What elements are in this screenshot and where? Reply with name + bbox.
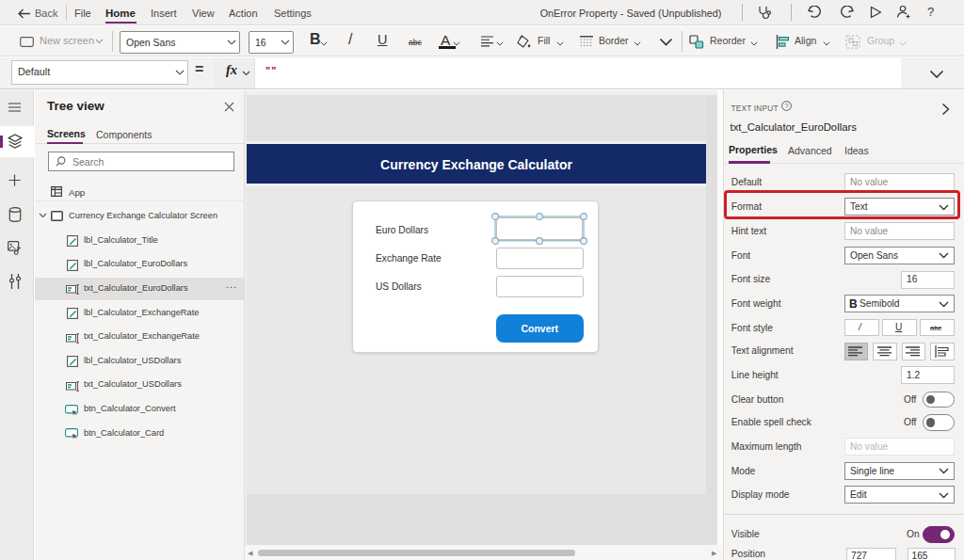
svg-text:?: ? — [785, 103, 789, 109]
